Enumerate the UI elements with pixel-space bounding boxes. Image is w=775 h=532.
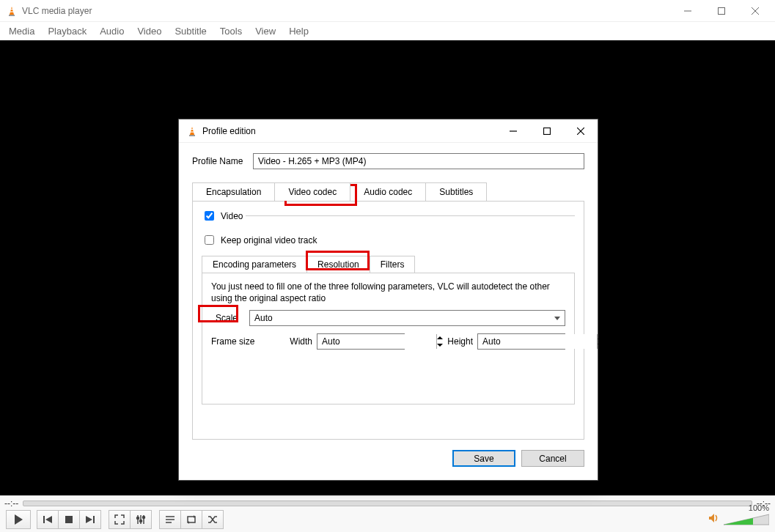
seek-bar[interactable] [23,500,752,506]
dialog-maximize-button[interactable] [530,119,564,143]
subtab-filters[interactable]: Filters [370,256,416,273]
stop-icon [63,514,75,525]
codec-tabstrip: Encapsulation Video codec Audio codec Su… [192,182,584,202]
video-checkbox[interactable] [205,211,214,221]
height-input[interactable] [478,334,597,349]
vlc-cone-icon [186,125,198,137]
volume-slider[interactable] [724,514,769,525]
play-button[interactable] [6,510,31,529]
height-up-button[interactable] [598,334,603,341]
next-button[interactable] [80,510,101,529]
svg-rect-16 [43,516,45,523]
svg-point-26 [143,516,145,518]
svg-rect-18 [65,516,73,523]
profile-name-label: Profile Name [192,156,247,166]
svg-marker-17 [45,516,52,523]
menu-help[interactable]: Help [289,26,309,37]
svg-marker-0 [10,7,14,15]
svg-rect-11 [191,131,194,132]
window-title: VLC media player [22,6,92,16]
svg-rect-1 [9,15,15,16]
chevron-down-icon [554,317,560,320]
cancel-button[interactable]: Cancel [521,450,584,467]
subtab-encoding-parameters[interactable]: Encoding parameters [202,256,307,273]
close-button[interactable] [738,0,772,22]
scale-label: Scale [211,311,240,325]
playlist-button[interactable] [159,510,181,529]
previous-button[interactable] [37,510,59,529]
tab-subtitles[interactable]: Subtitles [425,182,487,201]
dialog-titlebar: Profile edition [179,119,598,143]
equalizer-icon [135,514,147,525]
scale-value: Auto [254,313,273,323]
svg-rect-3 [10,11,14,12]
shuffle-icon [207,514,218,525]
height-down-button[interactable] [598,341,603,349]
main-titlebar: VLC media player [0,0,775,22]
width-label: Width [290,336,317,347]
subtab-resolution[interactable]: Resolution [306,256,370,273]
menu-view[interactable]: View [255,26,276,37]
menu-audio[interactable]: Audio [100,26,124,37]
svg-rect-2 [10,9,13,10]
shuffle-button[interactable] [202,510,224,529]
height-spinbox[interactable] [477,333,565,350]
keep-original-label: Keep original video track [221,235,317,245]
height-label: Height [447,336,477,347]
svg-marker-8 [190,127,194,135]
speaker-icon[interactable] [708,512,719,526]
volume-label: 100% [749,503,769,512]
svg-point-25 [140,520,142,522]
frame-size-label: Frame size [211,336,290,347]
time-elapsed: --:-- [4,498,18,509]
width-down-button[interactable] [437,341,443,349]
width-up-button[interactable] [437,334,443,341]
menu-tools[interactable]: Tools [220,26,242,37]
loop-icon [186,514,197,525]
width-spinbox[interactable] [317,333,405,350]
fullscreen-icon [114,514,125,525]
profile-edition-dialog: Profile edition Profile Name Encapsulati… [178,119,598,481]
tab-video-codec[interactable]: Video codec [274,182,350,201]
extended-settings-button[interactable] [131,510,152,529]
previous-icon [42,514,54,525]
vlc-cone-icon [6,5,18,17]
play-icon [15,514,23,525]
menu-subtitle[interactable]: Subtitle [175,26,206,37]
tab-audio-codec[interactable]: Audio codec [350,182,426,201]
keep-original-checkbox[interactable] [205,235,214,245]
profile-name-input[interactable] [253,153,584,169]
menu-video[interactable]: Video [137,26,161,37]
svg-rect-13 [544,128,551,134]
menu-media[interactable]: Media [9,26,34,37]
maximize-button[interactable] [705,0,738,22]
video-checkbox-label: Video [221,211,243,221]
scale-dropdown[interactable]: Auto [249,310,565,326]
video-fieldset: Video [202,209,575,226]
resolution-info-text: You just need to fill one of the three f… [211,281,565,304]
dialog-title: Profile edition [202,126,256,136]
menu-bar: Media Playback Audio Video Subtitle Tool… [0,22,775,40]
next-icon [84,514,96,525]
svg-rect-19 [93,516,95,523]
window-controls [671,0,772,22]
tab-encapsulation[interactable]: Encapsulation [192,182,275,201]
save-button[interactable]: Save [452,450,515,467]
svg-marker-20 [86,516,92,523]
svg-marker-30 [709,514,714,522]
playback-controls: --:-- --:-- 100% [0,495,775,532]
dialog-minimize-button[interactable] [496,119,530,143]
width-input[interactable] [317,334,436,349]
video-area: Profile edition Profile Name Encapsulati… [0,40,775,495]
menu-playback[interactable]: Playback [48,26,87,37]
video-subtabstrip: Encoding parameters Resolution Filters [202,256,575,273]
minimize-button[interactable] [671,0,705,22]
stop-button[interactable] [59,510,80,529]
dialog-close-button[interactable] [564,119,598,143]
svg-rect-5 [719,7,725,14]
svg-rect-9 [189,135,195,136]
svg-rect-10 [191,129,194,130]
loop-button[interactable] [181,510,202,529]
playlist-icon [164,514,176,525]
fullscreen-button[interactable] [109,510,131,529]
